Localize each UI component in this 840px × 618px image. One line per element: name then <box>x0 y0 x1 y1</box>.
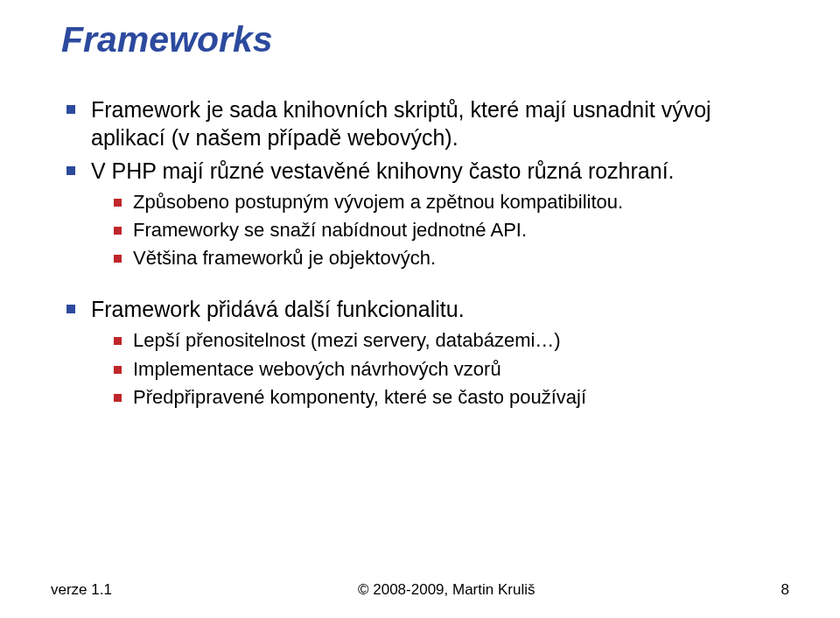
slide-title: Frameworks <box>61 19 779 60</box>
sub-bullet-text: Lepší přenositelnost (mezi servery, data… <box>133 329 561 351</box>
sub-bullet-text: Implementace webových návrhových vzorů <box>133 358 501 380</box>
sub-bullet-text: Většina frameworků je objektových. <box>133 247 436 269</box>
bullet-item: Framework přidává další funkcionalitu. L… <box>65 295 779 409</box>
footer-page-number: 8 <box>781 581 789 599</box>
sub-bullet-text: Předpřipravené komponenty, které se čast… <box>133 386 586 408</box>
bullet-text: V PHP mají různé vestavěné knihovny čast… <box>91 158 675 183</box>
bullet-list: Framework je sada knihovních skriptů, kt… <box>65 95 779 270</box>
sub-bullet-item: Implementace webových návrhových vzorů <box>112 357 779 382</box>
sub-bullet-list: Způsobeno postupným vývojem a zpětnou ko… <box>112 190 779 270</box>
sub-bullet-item: Způsobeno postupným vývojem a zpětnou ko… <box>112 190 779 214</box>
bullet-item: V PHP mají různé vestavěné knihovny čast… <box>65 157 779 270</box>
sub-bullet-item: Lepší přenositelnost (mezi servery, data… <box>112 328 779 353</box>
sub-bullet-text: Způsobeno postupným vývojem a zpětnou ko… <box>133 191 623 213</box>
footer-version: verze 1.1 <box>51 581 112 599</box>
slide: Frameworks Framework je sada knihovních … <box>0 0 840 618</box>
sub-bullet-item: Předpřipravené komponenty, které se čast… <box>112 385 779 410</box>
sub-bullet-item: Frameworky se snaží nabídnout jednotné A… <box>112 218 779 242</box>
bullet-item: Framework je sada knihovních skriptů, kt… <box>65 95 779 151</box>
bullet-list: Framework přidává další funkcionalitu. L… <box>65 295 779 409</box>
footer: verze 1.1 © 2008-2009, Martin Kruliš 8 <box>0 581 840 599</box>
spacer <box>61 276 779 295</box>
sub-bullet-list: Lepší přenositelnost (mezi servery, data… <box>112 328 779 409</box>
footer-copyright: © 2008-2009, Martin Kruliš <box>358 581 535 599</box>
sub-bullet-text: Frameworky se snaží nabídnout jednotné A… <box>133 219 527 241</box>
sub-bullet-item: Většina frameworků je objektových. <box>112 246 779 270</box>
bullet-text: Framework přidává další funkcionalitu. <box>91 297 465 321</box>
bullet-text: Framework je sada knihovních skriptů, kt… <box>91 97 711 150</box>
